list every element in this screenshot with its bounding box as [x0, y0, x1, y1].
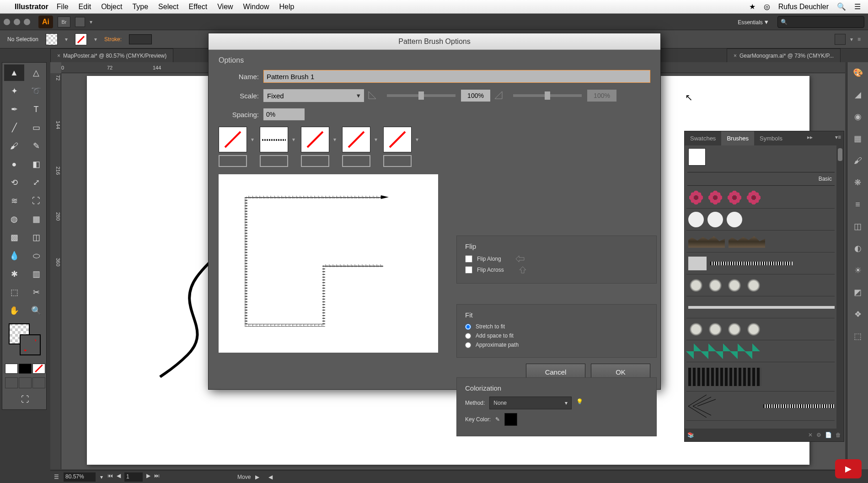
end-tile-button[interactable]: ▾	[383, 127, 412, 152]
mesh-tool-icon[interactable]: ▩	[4, 229, 24, 246]
color-mode-gradient-icon[interactable]	[19, 364, 32, 374]
brush-row[interactable]	[686, 187, 835, 209]
artboard-number-field[interactable]: 1	[124, 472, 143, 482]
scale-slider[interactable]	[387, 94, 455, 97]
side-tile-button[interactable]: ▾	[219, 127, 247, 152]
search-input[interactable]: 🔍	[777, 16, 864, 28]
brush-basic[interactable]: Basic	[687, 172, 835, 186]
align-dropdown-icon[interactable]: ▾	[850, 36, 853, 43]
pencil-tool-icon[interactable]: ✎	[26, 138, 46, 154]
app-name[interactable]: Illustrator	[15, 3, 48, 11]
stroke-panel-icon[interactable]: ≡	[851, 198, 865, 211]
spotlight-icon[interactable]: 🔍	[837, 2, 846, 11]
blob-brush-tool-icon[interactable]: ●	[4, 156, 24, 172]
menu-type[interactable]: Type	[132, 3, 148, 11]
menu-window[interactable]: Window	[243, 3, 269, 11]
panel-tab-symbols[interactable]: Symbols	[754, 131, 788, 145]
fill-swatch[interactable]	[46, 33, 58, 45]
brush-row[interactable]	[686, 274, 835, 296]
arrange-documents-icon[interactable]	[75, 17, 85, 27]
column-graph-tool-icon[interactable]: ▥	[26, 266, 46, 282]
slice-tool-icon[interactable]: ✂	[26, 284, 46, 301]
scroll-left-icon[interactable]: ◀	[268, 474, 273, 480]
brushes-list[interactable]: Basic	[685, 145, 844, 429]
zoom-menu-icon[interactable]: ☰	[54, 474, 59, 480]
chevron-down-icon[interactable]: ▾	[333, 136, 336, 143]
align-pixel-icon[interactable]	[835, 34, 846, 45]
scale-mode-dropdown[interactable]: Fixed	[263, 89, 364, 102]
brush-row[interactable]	[686, 392, 835, 421]
scrollbar[interactable]	[836, 145, 844, 429]
ai-home-icon[interactable]: Ai	[38, 16, 53, 28]
ruler-vertical[interactable]: 72144216280360	[50, 73, 61, 469]
width-tool-icon[interactable]: ≋	[4, 193, 24, 209]
color-mode-none-icon[interactable]	[32, 364, 45, 374]
outer-corner-tile-button[interactable]: ▾	[260, 127, 288, 152]
tip-icon[interactable]: 💡	[576, 398, 585, 408]
blend-tool-icon[interactable]: ⬭	[26, 247, 46, 264]
paintbrush-tool-icon[interactable]: 🖌	[4, 138, 24, 154]
youtube-subscribe-badge[interactable]: ▶	[835, 459, 862, 478]
rectangle-tool-icon[interactable]: ▭	[26, 119, 46, 136]
zoom-tool-icon[interactable]: 🔍	[26, 302, 46, 319]
symbol-sprayer-tool-icon[interactable]: ✱	[4, 266, 24, 282]
flip-along-checkbox[interactable]	[465, 255, 472, 263]
stroke-swatch[interactable]	[75, 33, 87, 45]
graphic-styles-panel-icon[interactable]: ◩	[851, 285, 865, 299]
key-color-swatch[interactable]	[504, 413, 517, 426]
notifications-icon[interactable]: ☰	[854, 2, 861, 11]
chevron-down-icon[interactable]: ▾	[416, 136, 418, 143]
draw-behind-icon[interactable]	[19, 377, 32, 388]
color-mode-fill-icon[interactable]	[5, 364, 18, 374]
sync-icon[interactable]: ★	[749, 2, 755, 11]
user-name[interactable]: Rufus Deuchler	[778, 3, 829, 11]
transparency-panel-icon[interactable]: ◐	[851, 242, 865, 255]
close-icon[interactable]: ×	[57, 53, 60, 59]
first-artboard-icon[interactable]: ⏮	[107, 472, 113, 482]
options-selected-icon[interactable]: ⚙	[816, 432, 821, 438]
menu-view[interactable]: View	[217, 3, 233, 11]
workspace-switcher[interactable]: Essentials ▾	[733, 16, 773, 28]
document-tab-1[interactable]: ×MapPoster.ai* @ 80.57% (CMYK/Preview)	[50, 48, 173, 62]
color-panel-icon[interactable]: 🎨	[851, 66, 865, 80]
appearance-panel-icon[interactable]: ☀	[851, 263, 865, 277]
menu-edit[interactable]: Edit	[79, 3, 91, 11]
brush-row[interactable]	[686, 340, 835, 362]
hand-tool-icon[interactable]: ✋	[4, 302, 24, 319]
line-tool-icon[interactable]: ╱	[4, 119, 24, 136]
kuler-panel-icon[interactable]: ◉	[851, 110, 865, 123]
flip-across-checkbox[interactable]	[465, 266, 472, 274]
brush-libraries-icon[interactable]: 📚	[687, 432, 694, 438]
magic-wand-tool-icon[interactable]: ✦	[4, 83, 24, 99]
zoom-dropdown-icon[interactable]: ▾	[100, 474, 103, 480]
brush-row[interactable]	[686, 209, 835, 231]
eyedropper-icon[interactable]: ✎	[495, 416, 500, 423]
screen-mode-icon[interactable]: ⛶	[4, 391, 46, 408]
draw-inside-icon[interactable]	[32, 377, 45, 388]
fill-dropdown-icon[interactable]: ▾	[65, 36, 68, 43]
delete-brush-icon[interactable]: 🗑	[836, 432, 841, 438]
cc-icon[interactable]: ◎	[764, 2, 770, 11]
brush-row[interactable]	[686, 362, 835, 392]
bridge-icon[interactable]: Br	[58, 16, 70, 27]
menu-file[interactable]: File	[57, 3, 69, 11]
window-controls[interactable]	[4, 19, 30, 25]
brush-row[interactable]	[686, 252, 835, 274]
menu-select[interactable]: Select	[158, 3, 178, 11]
panel-menu-icon[interactable]: ≡	[857, 36, 861, 43]
stroke-weight-field[interactable]	[129, 34, 152, 44]
method-dropdown[interactable]: None	[489, 397, 572, 409]
fit-approx-radio[interactable]	[465, 342, 471, 348]
name-input[interactable]	[263, 70, 650, 83]
panel-tab-swatches[interactable]: Swatches	[685, 131, 721, 145]
eraser-tool-icon[interactable]: ◧	[26, 156, 46, 172]
start-tile-button[interactable]: ▾	[342, 127, 370, 152]
close-icon[interactable]: ×	[734, 53, 737, 59]
menu-object[interactable]: Object	[101, 3, 122, 11]
stroke-dropdown-icon[interactable]: ▾	[94, 36, 97, 43]
symbols-panel-icon[interactable]: ❋	[851, 176, 865, 189]
remove-brush-stroke-icon[interactable]: ✕	[808, 432, 813, 438]
dialog-title[interactable]: Pattern Brush Options	[209, 33, 660, 50]
panel-menu-icon[interactable]: ▾≡	[832, 131, 844, 145]
direct-selection-tool-icon[interactable]: △	[26, 64, 46, 81]
